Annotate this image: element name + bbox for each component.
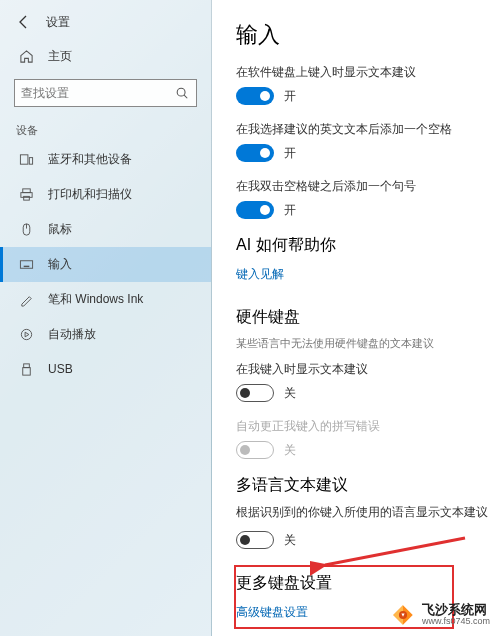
sidebar-item-typing[interactable]: 输入	[0, 247, 211, 282]
watermark-name: 飞沙系统网	[422, 603, 490, 617]
sidebar-item-label: 鼠标	[48, 221, 72, 238]
sidebar-item-printers[interactable]: 打印机和扫描仪	[0, 177, 211, 212]
setting-label: 在软件键盘上键入时显示文本建议	[236, 64, 500, 81]
sidebar-item-usb[interactable]: USB	[0, 352, 211, 386]
toggle-soft-keyboard-suggestions[interactable]	[236, 87, 274, 105]
toggle-state: 关	[284, 532, 296, 549]
printer-icon	[18, 187, 34, 203]
toggle-multilingual[interactable]	[236, 531, 274, 549]
svg-rect-17	[22, 367, 30, 375]
toggle-add-space[interactable]	[236, 144, 274, 162]
setting-label: 在我双击空格键之后添加一个句号	[236, 178, 500, 195]
home-icon	[18, 49, 34, 65]
svg-line-1	[184, 95, 187, 98]
hardware-keyboard-heading: 硬件键盘	[236, 307, 500, 328]
sidebar-section-label: 设备	[0, 117, 211, 142]
sidebar-item-autoplay[interactable]: 自动播放	[0, 317, 211, 352]
svg-rect-9	[20, 261, 32, 269]
sidebar: 设置 主页 设备 蓝牙和其他设备	[0, 0, 212, 636]
sidebar-item-label: USB	[48, 362, 73, 376]
svg-rect-16	[23, 363, 29, 367]
search-box[interactable]	[14, 79, 197, 107]
sidebar-home[interactable]: 主页	[0, 40, 211, 73]
svg-point-0	[177, 88, 185, 96]
svg-point-15	[21, 329, 31, 339]
sidebar-home-label: 主页	[48, 48, 72, 65]
more-keyboard-heading: 更多键盘设置	[236, 573, 444, 594]
devices-icon	[18, 152, 34, 168]
toggle-state: 开	[284, 202, 296, 219]
svg-rect-3	[29, 158, 32, 165]
hardware-keyboard-desc: 某些语言中无法使用硬件键盘的文本建议	[236, 336, 500, 351]
watermark-logo-icon	[390, 602, 416, 628]
toggle-hw-suggestions[interactable]	[236, 384, 274, 402]
back-button[interactable]	[12, 10, 36, 34]
sidebar-item-bluetooth[interactable]: 蓝牙和其他设备	[0, 142, 211, 177]
multilingual-desc: 根据识别到的你键入所使用的语言显示文本建议	[236, 504, 500, 521]
page-title: 输入	[236, 20, 500, 50]
sidebar-item-label: 输入	[48, 256, 72, 273]
search-input[interactable]	[21, 86, 174, 100]
setting-label: 自动更正我键入的拼写错误	[236, 418, 500, 435]
ai-heading: AI 如何帮助你	[236, 235, 500, 256]
setting-label: 在我键入时显示文本建议	[236, 361, 500, 378]
sidebar-item-label: 打印机和扫描仪	[48, 186, 132, 203]
keyboard-icon	[18, 257, 34, 273]
pen-icon	[18, 292, 34, 308]
svg-rect-2	[20, 155, 28, 164]
setting-label: 在我选择建议的英文文本后添加一个空格	[236, 121, 500, 138]
content: 输入 在软件键盘上键入时显示文本建议 开 在我选择建议的英文文本后添加一个空格 …	[212, 0, 500, 636]
svg-rect-4	[22, 189, 30, 193]
sidebar-item-label: 蓝牙和其他设备	[48, 151, 132, 168]
sidebar-item-label: 笔和 Windows Ink	[48, 291, 143, 308]
mouse-icon	[18, 222, 34, 238]
sidebar-item-mouse[interactable]: 鼠标	[0, 212, 211, 247]
typing-insights-link[interactable]: 键入见解	[236, 266, 284, 283]
toggle-state: 开	[284, 145, 296, 162]
sidebar-item-label: 自动播放	[48, 326, 96, 343]
toggle-state: 开	[284, 88, 296, 105]
autoplay-icon	[18, 327, 34, 343]
multilingual-heading: 多语言文本建议	[236, 475, 500, 496]
watermark: 飞沙系统网 www.fs0745.com	[390, 602, 490, 628]
toggle-hw-autocorrect	[236, 441, 274, 459]
watermark-url: www.fs0745.com	[422, 617, 490, 627]
toggle-state: 关	[284, 442, 296, 459]
window-title: 设置	[46, 14, 70, 31]
advanced-keyboard-link[interactable]: 高级键盘设置	[236, 604, 308, 621]
toggle-add-period[interactable]	[236, 201, 274, 219]
usb-icon	[18, 361, 34, 377]
sidebar-item-pen[interactable]: 笔和 Windows Ink	[0, 282, 211, 317]
arrow-left-icon	[16, 14, 32, 30]
search-icon	[174, 85, 190, 101]
toggle-state: 关	[284, 385, 296, 402]
